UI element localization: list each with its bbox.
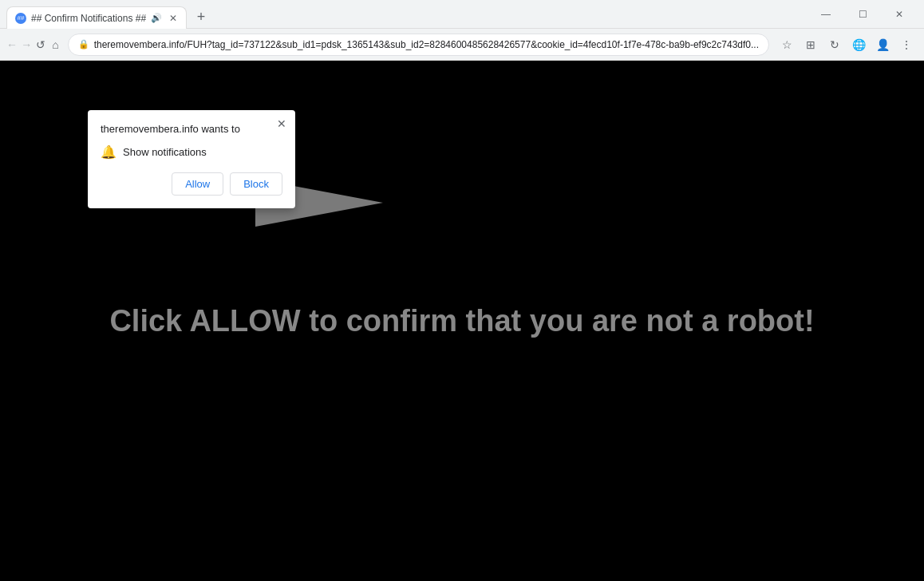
tab-close-button[interactable]: ✕ (167, 12, 180, 25)
maximize-button[interactable]: ☐ (844, 0, 881, 29)
menu-button[interactable]: ⋮ (895, 34, 918, 56)
popup-title: theremovembera.info wants to (101, 123, 282, 135)
allow-button[interactable]: Allow (172, 172, 223, 196)
minimize-button[interactable]: — (808, 0, 844, 29)
profile-button[interactable]: 👤 (871, 34, 894, 56)
title-bar: ## ## Confirm Notifications ## 🔊 ✕ + — ☐… (0, 0, 924, 29)
url-text: theremovembera.info/FUH?tag_id=737122&su… (94, 39, 759, 50)
reload-button[interactable]: ↺ (35, 34, 46, 56)
tab-title: ## Confirm Notifications ## (31, 13, 146, 24)
home-button[interactable]: ⌂ (50, 34, 61, 56)
browser-window: ## ## Confirm Notifications ## 🔊 ✕ + — ☐… (0, 0, 924, 581)
nav-actions: ☆ ⊞ ↻ 🌐 👤 ⋮ (776, 34, 918, 56)
tab-audio-icon: 🔊 (151, 13, 162, 23)
address-bar[interactable]: 🔒 theremovembera.info/FUH?tag_id=737122&… (68, 34, 769, 56)
close-window-button[interactable]: ✕ (881, 0, 918, 29)
forward-button[interactable]: → (21, 34, 32, 56)
tab-bar: ## ## Confirm Notifications ## 🔊 ✕ + (6, 0, 804, 28)
popup-close-button[interactable]: ✕ (274, 117, 289, 131)
new-tab-button[interactable]: + (190, 6, 212, 28)
block-button[interactable]: Block (230, 172, 282, 196)
popup-buttons: Allow Block (101, 172, 282, 196)
window-controls: — ☐ ✕ (808, 0, 918, 29)
security-lock-icon: 🔒 (78, 39, 89, 49)
notification-popup: ✕ theremovembera.info wants to 🔔 Show no… (88, 110, 295, 208)
bookmark-button[interactable]: ☆ (776, 34, 798, 56)
bell-icon: 🔔 (101, 144, 116, 160)
popup-permission-row: 🔔 Show notifications (101, 144, 282, 160)
extensions-button[interactable]: ⊞ (800, 34, 822, 56)
navigation-bar: ← → ↺ ⌂ 🔒 theremovembera.info/FUH?tag_id… (0, 29, 924, 61)
sync-button[interactable]: ↻ (823, 34, 846, 56)
tab-favicon: ## (15, 13, 26, 24)
globe-button[interactable]: 🌐 (847, 34, 870, 56)
permission-label: Show notifications (123, 146, 207, 158)
back-button[interactable]: ← (6, 34, 18, 56)
page-content: Click ALLOW to confirm that you are not … (0, 61, 924, 581)
page-main-text: Click ALLOW to confirm that you are not … (109, 304, 814, 338)
active-tab[interactable]: ## ## Confirm Notifications ## 🔊 ✕ (6, 6, 187, 29)
